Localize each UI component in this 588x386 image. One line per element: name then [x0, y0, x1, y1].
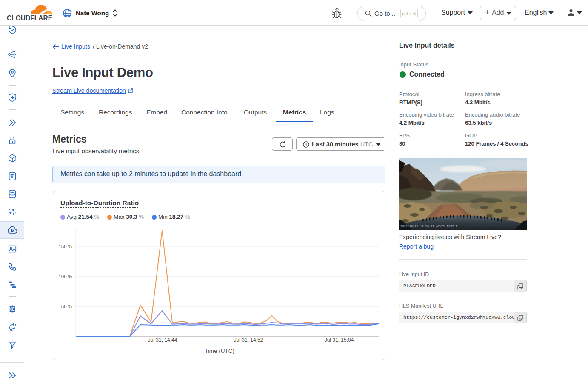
- svg-text:50 %: 50 %: [61, 304, 72, 309]
- svg-text:Time (UTC): Time (UTC): [205, 348, 234, 354]
- svg-text:2021/10/20 17:54:29 AIKEY DROZ: 2021/10/20 17:54:29 AIKEY DROZ P: [400, 225, 457, 228]
- svg-text:Jul 31, 14:52: Jul 31, 14:52: [234, 337, 263, 343]
- svg-text:Jul 31, 14:44: Jul 31, 14:44: [148, 337, 177, 343]
- svg-text:CLOUDFLARE: CLOUDFLARE: [7, 14, 52, 21]
- svg-text:100 %: 100 %: [58, 274, 72, 279]
- svg-text:Jul 31, 15:04: Jul 31, 15:04: [325, 337, 354, 343]
- svg-text:150 %: 150 %: [58, 244, 72, 249]
